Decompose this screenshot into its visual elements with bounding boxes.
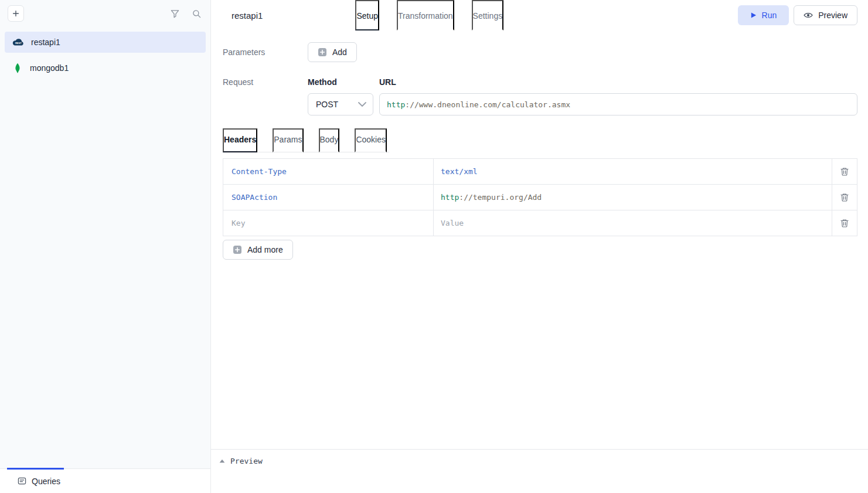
- triangle-up-icon: [219, 459, 225, 463]
- plus-icon: [12, 9, 20, 18]
- header-row: SOAPAction http://tempuri.org/Add: [223, 185, 857, 210]
- tab-headers[interactable]: Headers: [223, 128, 257, 152]
- header-key-text: SOAPAction: [232, 193, 277, 202]
- request-row: Request Method POST URL: [223, 77, 857, 115]
- parameters-row: Parameters Add: [223, 42, 857, 62]
- run-button-label: Run: [762, 11, 777, 20]
- trash-icon: [840, 193, 849, 202]
- active-tab-indicator: [7, 468, 64, 470]
- app-window: REST restapi1 mongodb1: [0, 0, 868, 493]
- tab-settings[interactable]: Settings: [472, 0, 504, 30]
- trash-icon: [840, 167, 849, 176]
- chevron-down-icon: [358, 102, 366, 107]
- header-key-input[interactable]: [232, 219, 425, 227]
- header-row-empty: [223, 210, 857, 236]
- sidebar-toolbar: [0, 0, 210, 27]
- new-query-button[interactable]: [8, 5, 24, 22]
- response-preview-toggle[interactable]: Preview: [213, 453, 268, 469]
- header-row: Content-Type text/xml: [223, 159, 857, 185]
- sidebar-item-restapi1[interactable]: REST restapi1: [5, 32, 206, 53]
- response-pane: Preview: [211, 449, 868, 493]
- tab-transformation[interactable]: Transformation: [397, 0, 454, 30]
- tab-queries[interactable]: Queries: [18, 477, 60, 486]
- header-value-input[interactable]: http://tempuri.org/Add: [434, 185, 832, 210]
- header-value-scheme-text: http: [441, 193, 459, 202]
- query-mode-tabs: Setup Transformation Settings: [355, 0, 503, 30]
- method-value: POST: [316, 100, 338, 109]
- method-label: Method: [308, 77, 373, 87]
- header-value-rest-text: ://tempuri.org/Add: [459, 193, 542, 202]
- query-list: REST restapi1 mongodb1: [0, 27, 210, 468]
- tab-cookies[interactable]: Cookies: [355, 128, 387, 152]
- sidebar-item-mongodb1[interactable]: mongodb1: [5, 57, 206, 79]
- delete-row-button[interactable]: [840, 219, 849, 227]
- queries-tab-label: Queries: [32, 477, 60, 486]
- add-more-label: Add more: [247, 245, 283, 254]
- add-parameter-button[interactable]: Add: [308, 42, 357, 62]
- parameters-label: Parameters: [223, 42, 308, 62]
- plus-square-icon: [318, 47, 327, 57]
- queries-icon: [18, 477, 26, 485]
- delete-row-button[interactable]: [840, 193, 849, 202]
- header-value-input[interactable]: text/xml: [434, 159, 832, 184]
- tab-body[interactable]: Body: [319, 128, 340, 152]
- url-scheme-text: http: [387, 100, 405, 109]
- method-field: Method POST: [308, 77, 373, 115]
- url-field: URL http://www.dneonline.com/calculator.…: [379, 77, 857, 115]
- eye-icon: [804, 12, 813, 19]
- header-key-input[interactable]: Content-Type: [223, 159, 434, 184]
- main-panel: restapi1 Setup Transformation Settings R…: [211, 0, 868, 493]
- url-label: URL: [379, 77, 857, 87]
- query-header: restapi1 Setup Transformation Settings R…: [211, 0, 868, 30]
- add-more-button[interactable]: Add more: [223, 240, 293, 260]
- response-preview-label: Preview: [230, 457, 263, 465]
- delete-row-button[interactable]: [840, 167, 849, 176]
- request-label: Request: [223, 77, 308, 115]
- header-value-text: text/xml: [441, 167, 478, 176]
- request-section-tabs: Headers Params Body Cookies: [223, 128, 389, 152]
- setup-content: Parameters Add Request Method: [211, 30, 868, 449]
- svg-text:REST: REST: [15, 42, 22, 45]
- header-key-input[interactable]: SOAPAction: [223, 185, 434, 210]
- tab-setup[interactable]: Setup: [355, 0, 379, 30]
- query-title: restapi1: [232, 11, 263, 21]
- header-key-text: Content-Type: [232, 167, 287, 176]
- mongodb-leaf-icon: [12, 62, 23, 74]
- sidebar-bottom-bar: Queries: [0, 468, 210, 493]
- add-parameter-label: Add: [332, 47, 347, 57]
- url-input[interactable]: http://www.dneonline.com/calculator.asmx: [379, 93, 857, 115]
- tab-params[interactable]: Params: [273, 128, 303, 152]
- url-rest-text: ://www.dneonline.com/calculator.asmx: [405, 100, 570, 109]
- run-button[interactable]: Run: [738, 5, 789, 25]
- filter-button[interactable]: [171, 9, 179, 18]
- funnel-icon: [171, 9, 179, 18]
- header-actions: Run Preview: [738, 5, 857, 25]
- headers-table: Content-Type text/xml: [223, 158, 857, 236]
- sidebar-item-label: mongodb1: [30, 63, 69, 73]
- play-icon: [750, 12, 757, 19]
- header-value-input[interactable]: [441, 219, 825, 227]
- preview-button[interactable]: Preview: [794, 5, 857, 25]
- search-icon: [192, 9, 201, 18]
- rest-cloud-icon: REST: [12, 38, 25, 47]
- sidebar-item-label: restapi1: [31, 38, 60, 47]
- search-button[interactable]: [192, 9, 201, 18]
- trash-icon: [840, 219, 849, 227]
- sidebar: REST restapi1 mongodb1: [0, 0, 211, 493]
- plus-square-icon: [233, 245, 242, 254]
- preview-button-label: Preview: [818, 11, 847, 20]
- method-select[interactable]: POST: [308, 93, 373, 115]
